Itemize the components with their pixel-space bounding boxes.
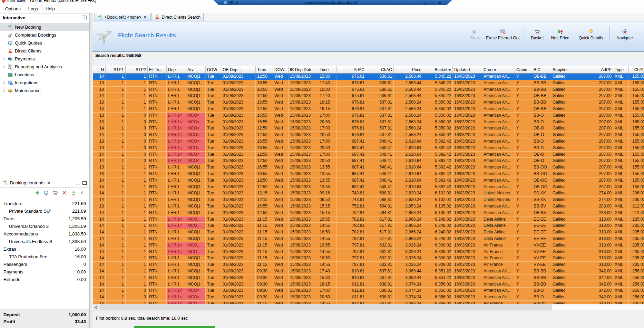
tab-book-ref-none[interactable]: • Book. ref.: <none> [95,13,150,21]
sidebar-item-integrations[interactable]: Integrations [0,79,89,87]
table-row[interactable]: 1410RTNLHR|1<MCO<Tue01/08/202312:50Wed15… [93,158,644,164]
table-row[interactable]: 1411RTNLHR|1MCO|1Tue01/08/202312:50Wed15… [93,184,644,191]
menu-item-help[interactable]: Help [42,5,59,13]
booking-row-passengers[interactable]: Passengers0 [0,260,89,268]
table-row[interactable]: 1311RTNLHR|1MCO|1Tue01/08/202316:55Wed15… [93,171,644,177]
column-header-stp2[interactable]: STP2 [126,66,148,74]
booking-row-universal-orlando-3[interactable]: Universal Orlando 31,205.59 [0,222,89,230]
table-row[interactable]: 1411RTNLHR|1MCO|1Tue01/08/202311:15Wed15… [93,229,644,236]
table-row[interactable]: 1311RTNLHR|1MCO|1Tue01/08/202316:55Wed15… [93,99,644,106]
column-header-chpp[interactable]: ChPP [629,66,644,74]
column-header-dow[interactable]: DOW [206,66,221,74]
tab-direct-clients-search[interactable]: Direct Clients Search [152,13,204,21]
booking-row-transfers[interactable]: Transfers221.69 [0,200,89,207]
info-icon[interactable]: i [79,191,84,195]
column-header-ob-dep[interactable]: OB Dep ... [221,66,256,74]
column-header-n[interactable]: N [93,66,106,74]
close-icon[interactable] [143,15,147,19]
table-row[interactable]: 1411RTNLHR|1MCO|1Tue01/08/202309:30Wed15… [93,275,644,281]
table-row[interactable]: 1310RTNLHR|1<MCO<Tue01/08/202316:55Wed15… [93,145,644,152]
table-row[interactable]: 1311RTNLHR|1MCO|1Tue01/08/202316:55Wed15… [93,87,644,93]
table-row[interactable]: 1411RTNLHR|1<MCO...Tue01/08/202311:15Wed… [93,216,644,223]
column-header-adac[interactable]: AdAC [337,66,366,74]
booking-row-accommodations[interactable]: Accommodations1,838.50 [0,230,89,238]
column-header-stp1[interactable]: STP1 [106,66,126,74]
table-row[interactable]: 1411RTNLHR|1<MCO...Tue01/08/202311:15Wed… [93,249,644,255]
booking-row-payments[interactable]: Payments0.00 [0,268,89,276]
table-row[interactable]: 1311RTNLHR|1MCO|1Tue01/08/202316:55Wed15… [93,203,644,210]
table-row[interactable]: 1410RTNLHR|1<MCO<Tue01/08/202312:50Wed15… [93,132,644,138]
booking-row-tours[interactable]: Tours1,205.59 [0,215,89,222]
column-header-updated[interactable]: Updated [453,66,482,74]
sidebar-item-direct-clients[interactable]: Direct Clients [0,47,89,55]
table-row[interactable]: 1411RTNLHR|1MCO|1Tue01/08/202311:15Wed15… [93,236,644,242]
toolbar-button-basket[interactable]: Basket [528,26,547,40]
column-header-carrier[interactable]: Carrier [482,66,515,74]
sidebar-item-reporting-and-analytics[interactable]: Reporting and Analytics [0,63,89,71]
sidebar-splitter[interactable] [90,13,92,328]
table-row[interactable]: 1411RTNLHR|1<MCO...Tue01/08/202311:15Wed… [93,242,644,249]
table-row[interactable]: 1410RTNLHR|1<MCO<Tue01/08/202309:30Wed15… [93,288,644,294]
column-header-chac[interactable]: ChAC [366,66,394,74]
table-row[interactable]: 1411RTNLHR|1MCO|1Tue01/08/202312:15Wed15… [93,190,644,197]
collapse-panel-button[interactable] [82,16,87,20]
table-row[interactable]: 1411RTNLHR|1<MCO...Tue01/08/202311:15Wed… [93,301,644,304]
column-header-cabin[interactable]: Cabin [515,66,532,74]
palm-icon[interactable] [70,190,76,195]
clock-icon[interactable] [43,190,49,195]
maximize-icon[interactable] [82,181,87,185]
table-row[interactable]: 1411RTNLHR|1MCO|1Tue01/08/202312:50Wed15… [93,177,644,184]
table-row[interactable]: 1410RTNLHR|1<MCO<Tue01/08/202312:50Wed15… [93,125,644,132]
table-row[interactable]: 1411RTNLHR|1MCO|1Tue01/08/202309:30Wed15… [93,268,644,275]
sidebar-item-completed-bookings[interactable]: Completed Bookings [0,31,89,39]
add-icon[interactable] [35,191,40,195]
column-header-dep[interactable]: Dep [167,66,186,74]
table-row[interactable]: 1411RTNLHR|1MCO|1Tue01/08/202309:30Wed15… [93,281,644,288]
expand-chevron-icon[interactable] [2,65,6,68]
booking-row-refunds[interactable]: Refunds0.00 [0,276,89,283]
booking-row-universal-s-endless-s[interactable]: Universal's Endless S1,838.50 [0,238,89,245]
column-header-supplier[interactable]: Supplier [551,66,589,74]
table-row[interactable]: 1410RTNLHR|1<MCO<Tue01/08/202312:50Wed15… [93,152,644,158]
column-header-adpp[interactable]: AdPP [589,66,613,74]
column-header-basket[interactable]: Basket [423,66,453,74]
toolbar-button-navigate[interactable]: Navigate [614,26,636,40]
table-row[interactable]: 1411RTNLHR|1MCO|1Tue01/08/202312:50Wed15… [93,93,644,99]
booking-row-extras[interactable]: Extras16.00 [0,245,89,253]
column-header-b-c[interactable]: B.C. [532,66,551,74]
booking-row-tta-protection-fee[interactable]: TTA Protection Fee16.00 [0,253,89,260]
table-row[interactable]: 1411RTNLHR|1MCO|1Tue01/08/202312:50Wed15… [93,210,644,216]
pin-icon[interactable] [224,1,227,4]
booking-row-private-standard-su[interactable]: Private Standard SU'221.69 [0,207,89,215]
table-row[interactable]: 1311RTNLHR|1MCO|1Tue01/08/202316:55Wed15… [93,164,644,171]
sidebar-item-maintenance[interactable]: Maintenance [0,87,89,95]
delete-icon[interactable] [62,191,67,195]
expand-chevron-icon[interactable] [2,89,6,92]
scrollbar-track[interactable] [552,305,644,310]
maximize-icon[interactable] [431,1,434,4]
column-header-time[interactable]: Time [318,66,337,74]
table-row[interactable]: 1411RTNLHR|1MCO|1Tue01/08/202311:15Wed15… [93,262,644,268]
table-row[interactable]: 1411RTNLHR|1MCO|1Tue01/08/202312:50Wed15… [93,74,644,80]
column-header-ib-dep-date[interactable]: IB Dep Date [289,66,318,74]
toolbar-button-cl[interactable]: Cl [638,26,644,40]
scroll-left-arrow-icon[interactable] [93,304,99,311]
toolbar-button-quick-details[interactable]: Quick Details [576,26,606,40]
table-row[interactable]: 1310RTNLHR|1<MCO<Tue01/08/202316:55Wed15… [93,113,644,119]
sidebar-item-locations[interactable]: Locations [0,71,89,79]
table-row[interactable]: 1411RTNLHR|1<MCO...Tue01/08/202311:15Wed… [93,223,644,229]
expand-chevron-icon[interactable] [2,57,6,60]
scrollbar-thumb[interactable] [100,305,552,310]
column-header-time[interactable]: Time [256,66,273,74]
sidebar-item-new-booking[interactable]: New Booking [0,23,89,31]
sidebar-item-payments[interactable]: $Payments [0,55,89,63]
shield-icon[interactable] [230,1,233,4]
cartmove-icon[interactable] [52,191,58,195]
table-row[interactable]: 1411RTNLHR|1MCO|1Tue01/08/202312:50Wed15… [93,106,644,113]
menu-item-logs[interactable]: Logs [25,5,42,13]
menu-item-options[interactable]: Options [1,5,25,13]
expand-chevron-icon[interactable] [2,81,6,84]
sidebar-item-quick-quotes[interactable]: Quick Quotes [0,39,89,47]
table-row[interactable]: 1411RTNLHR|1MCO|1Tue01/08/202312:15Wed15… [93,197,644,203]
column-header-price[interactable]: Price [394,66,423,74]
